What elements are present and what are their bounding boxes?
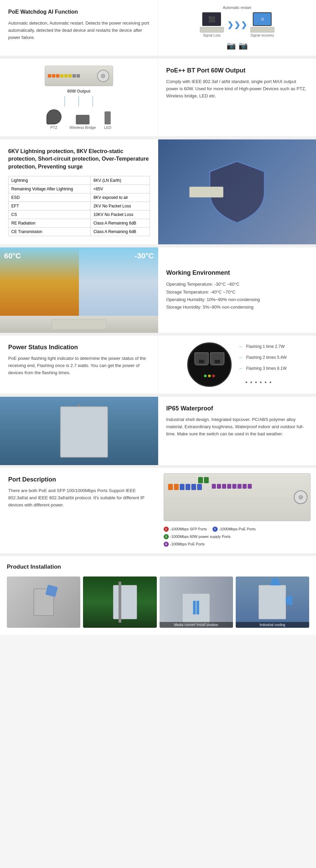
poe-60w-ports [198, 477, 209, 483]
working-env-title: Working Environment [166, 269, 308, 276]
env-detail: Operating Temperature: -30°C ~60°C [166, 281, 308, 288]
watchdog-text: PoE Watchdog AI Function Automatic detec… [0, 0, 158, 56]
poe-ports-blue [180, 484, 202, 490]
blue-1 [180, 484, 184, 490]
flash-line-2: Flashing 2 times 5.4W [238, 355, 287, 360]
port-gray-1 [72, 74, 76, 78]
bridge-label: Wireless Bridge [70, 125, 96, 130]
wall-device-slots [193, 601, 199, 614]
blue-4 [197, 484, 202, 490]
port-orange-2 [52, 74, 55, 78]
ip65-text: IP65 Waterproof Industrial shell design,… [158, 397, 316, 465]
watchdog-diagram: Automatic restart ⬛ Signal Loss ❯ ❯ ❯ 🖥 … [158, 0, 316, 56]
env-detail: Storage Temperature: -40°C ~70°C [166, 288, 308, 296]
poe-bt-text: PoE++ BT Port 60W Output Comply with IEE… [158, 59, 316, 136]
table-cell: CE Transmission [9, 228, 91, 236]
led-icon [105, 111, 111, 124]
power-status-text: Power Status Indication PoE power flashi… [0, 336, 158, 394]
table-row: Remaining Voltage After Lightning<65V [9, 185, 150, 193]
lightning-section: 6KV Lightning protection, 8KV Electro-st… [0, 139, 316, 245]
port-orange-1 [48, 74, 51, 78]
arrow-icon-1: ❯ [227, 21, 233, 29]
installation-images: Media convert Install position Industria… [7, 577, 309, 628]
connector-lines [65, 96, 93, 107]
port-desc-section: Port Description There are both PoE and … [0, 468, 316, 553]
ip65-section: IP65 Waterproof Industrial shell design,… [0, 397, 316, 465]
dark-monitor: ⬛ [202, 12, 221, 26]
temp-image-area: 60°C -30°C [0, 247, 158, 333]
dark-screen-icon: ⬛ [208, 16, 215, 23]
working-env-text: Working Environment Operating Temperatur… [158, 247, 316, 333]
legend-badge: 3 [164, 534, 169, 539]
temp-cold-label: -30°C [135, 252, 154, 260]
led-dots-row [204, 375, 215, 377]
pole [119, 582, 121, 623]
lightning-title: 6KV Lightning protection, 8KV Electro-st… [8, 148, 150, 171]
sfp-1 [168, 484, 173, 490]
power-status-title: Power Status Indication [8, 344, 150, 351]
table-cell: 8KV exposed to air [91, 193, 150, 202]
led-green [204, 375, 207, 377]
flashing-labels: Flashing 1 time 2.7W Flashing 2 times 5.… [238, 344, 287, 385]
sfp-2 [174, 484, 179, 490]
table-cell: 10KV No Packet Loss [91, 211, 150, 219]
port-gray-2 [77, 74, 80, 78]
slot-2 [196, 601, 199, 614]
purple-5 [232, 484, 236, 489]
port-yellow-1 [60, 74, 64, 78]
watchdog-diagram-row: ⬛ Signal Loss ❯ ❯ ❯ 🖥 Signal recovery [200, 12, 274, 37]
switch-device-temp [52, 319, 106, 329]
arrow-overlay [45, 585, 58, 597]
switch-device-right [250, 27, 274, 32]
port-desc-text: Port Description There are both PoE and … [0, 468, 158, 553]
legend-label: -1000Mbps PoE Ports [219, 525, 256, 533]
poe-bt-diagram: ⊛ 60W Output PTZ Wireless Bridge LED [0, 59, 158, 136]
port-desc-diagram: ⊛ 1-1000Mbps SFP Ports2-1000Mbps PoE Por… [158, 468, 316, 553]
connected-devices: PTZ Wireless Bridge LED [46, 109, 111, 130]
arrow-icon-2: ❯ [234, 21, 240, 29]
install-img-3: Media convert Install position [160, 577, 233, 628]
table-cell: RE Radiation [9, 219, 91, 228]
port-desc-description: There are both PoE and SFP 100/1000Mbps … [8, 487, 150, 508]
temp-cold-area: -30°C [79, 247, 158, 316]
legend-row: 3-1000Mbps 60W power supply Ports [164, 533, 311, 540]
signal-loss-device: ⬛ Signal Loss [200, 12, 224, 37]
led-yellow [208, 375, 211, 377]
purple-4 [227, 484, 231, 489]
legend-badge: 4 [164, 542, 169, 547]
signal-loss-label: Signal Loss [203, 33, 221, 37]
table-cell: Lightning [9, 176, 91, 185]
purple-2 [217, 484, 221, 489]
auto-restart-label: Automatic restart [223, 5, 251, 10]
blue-2 [186, 484, 190, 490]
table-cell: Class A Remaining 6dB [91, 228, 150, 236]
purple-1 [212, 484, 216, 489]
flash-line-3: Flashing 3 times 8.1W [238, 366, 287, 371]
installation-title: Product Installation [7, 563, 309, 571]
port-rj45-1 [194, 352, 209, 365]
ports-circle [187, 342, 232, 387]
ptz-label: PTZ [50, 125, 57, 130]
legend-label: -1000Mbps SFP Ports [170, 525, 207, 533]
purple-8 [248, 484, 252, 489]
legend-item: 4-100Mbps PoE Ports [164, 540, 311, 548]
table-cell: CS [9, 211, 91, 219]
blue-3 [191, 484, 196, 490]
outdoor-switch-body [60, 406, 108, 458]
arrow-up-cooling [270, 579, 280, 585]
bright-monitor: 🖥 [253, 12, 272, 26]
env-detail: Storage Humidity: 5%~90% non-condensing [166, 303, 308, 311]
led-label: LED [104, 125, 111, 130]
outdoor-device-container [50, 404, 108, 458]
purple-6 [237, 484, 242, 489]
poe-purple-ports [212, 484, 266, 489]
table-cell: 2KV No Packet Loss [91, 202, 150, 211]
signal-recovery-label: Signal recovery [250, 33, 274, 37]
poe-bt-section: ⊛ 60W Output PTZ Wireless Bridge LED [0, 59, 316, 137]
port-grid [48, 74, 96, 78]
working-env-details: Operating Temperature: -30°C ~60°CStorag… [166, 281, 308, 311]
shield-container [206, 158, 268, 226]
table-cell: Class A Remaining 6dB [91, 219, 150, 228]
switch-bottom-bar [0, 316, 158, 333]
line-2 [79, 96, 79, 107]
